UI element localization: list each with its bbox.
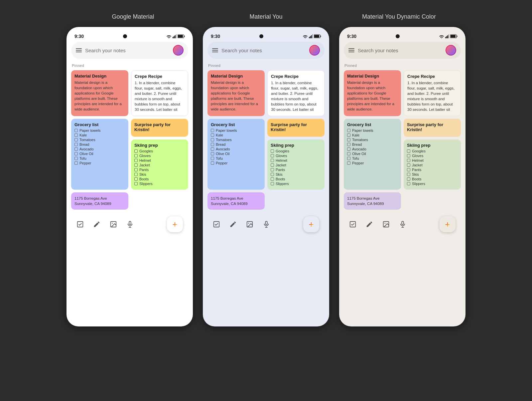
- status-bar-2: 9:30: [207, 32, 325, 42]
- check-skis-1: Skis: [134, 172, 185, 176]
- status-time-2: 9:30: [211, 34, 220, 39]
- edit-icon-3[interactable]: [366, 221, 373, 228]
- camera-dot-1: [123, 34, 127, 38]
- bottom-bar-3: +: [344, 212, 461, 234]
- fab-1[interactable]: +: [167, 216, 183, 232]
- note-crepe-title-1: Crepe Recipe: [135, 74, 185, 79]
- check-bread-1: Bread: [74, 142, 125, 146]
- fab-2[interactable]: +: [303, 216, 319, 232]
- svg-rect-6: [184, 36, 185, 37]
- note-crepe-1[interactable]: Crepe Recipe 1. In a blender, combine fl…: [131, 70, 188, 116]
- check-jacket-2: Jacket: [271, 163, 321, 167]
- svg-rect-2: [175, 35, 176, 38]
- note-grocery-2[interactable]: Grocery list Paper towels Kale Tomatoes …: [207, 119, 265, 190]
- search-bar-1[interactable]: Search your notes: [71, 42, 188, 59]
- check-oliveoil-1: Olive Oil: [74, 152, 125, 156]
- phone-material-you: 9:30 Search your notes Pinned Material D…: [203, 27, 329, 326]
- check-tofu-2: Tofu: [211, 156, 261, 160]
- svg-rect-36: [402, 221, 404, 225]
- battery-icon-3: [450, 34, 458, 38]
- note-party-2[interactable]: Surprise party for Kristin!: [267, 119, 325, 137]
- note-skiing-3[interactable]: Skiing prep Googles Gloves Helmet Jacket…: [404, 139, 461, 190]
- hamburger-icon-3[interactable]: [348, 48, 354, 52]
- avatar-3[interactable]: [446, 45, 456, 56]
- note-skiing-2[interactable]: Skiing prep Googles Gloves Helmet Jacket…: [267, 139, 325, 190]
- phone-material-you-dynamic: 9:30 Search your notes Pinned Material D…: [339, 27, 466, 326]
- status-icons-2: [303, 34, 321, 38]
- label-phone1: Google Material: [73, 13, 193, 20]
- wifi-icon-1: [166, 34, 172, 38]
- note-crepe-body-2: 1. In a blender, combine flour, sugar, s…: [271, 80, 321, 112]
- image-icon-3[interactable]: [382, 221, 390, 228]
- check-tomatoes-2: Tomatoes: [211, 138, 261, 142]
- note-material-design-3[interactable]: Material Design Material design is a fou…: [344, 70, 401, 116]
- pinned-label-1: Pinned: [71, 64, 188, 68]
- note-skiing-title-1: Skiing prep: [134, 143, 185, 148]
- mic-icon-3[interactable]: [399, 221, 406, 228]
- notes-grid-3-row1: Material Design Material design is a fou…: [344, 70, 461, 116]
- check-boots-2: Boots: [271, 177, 321, 181]
- note-skiing-1[interactable]: Skiing prep Googles Gloves Helmet Jacket…: [131, 139, 188, 190]
- svg-point-22: [248, 223, 249, 224]
- check-icon-2[interactable]: [213, 221, 220, 228]
- note-address-body-3: 1175 Borregas Ave Sunnyvale, CA 94089: [347, 196, 398, 206]
- note-party-3[interactable]: Surprise party for Kristin!: [404, 119, 461, 137]
- svg-rect-5: [178, 35, 183, 38]
- camera-dot-3: [396, 34, 400, 38]
- check-kale-1: Kale: [74, 133, 125, 137]
- note-material-design-title-2: Material Design: [211, 74, 261, 79]
- edit-icon-1[interactable]: [93, 221, 100, 228]
- search-bar-2[interactable]: Search your notes: [207, 42, 325, 59]
- edit-icon-2[interactable]: [229, 221, 237, 228]
- search-bar-3[interactable]: Search your notes: [344, 42, 461, 59]
- check-oliveoil-3: Olive Oil: [347, 152, 398, 156]
- fab-plus-icon-1: +: [172, 220, 177, 229]
- note-material-design-1[interactable]: Material Design Material design is a fou…: [71, 70, 128, 116]
- note-crepe-title-2: Crepe Recipe: [271, 74, 321, 79]
- svg-rect-15: [311, 35, 312, 38]
- note-party-title-3: Surprise party for Kristin!: [407, 122, 458, 132]
- status-icons-3: [439, 34, 458, 38]
- check-oliveoil-2: Olive Oil: [211, 152, 261, 156]
- wifi-icon-3: [439, 34, 444, 38]
- hamburger-icon-2[interactable]: [212, 48, 218, 52]
- note-grocery-3[interactable]: Grocery list Paper towels Kale Tomatoes …: [344, 119, 401, 190]
- svg-point-9: [112, 223, 113, 224]
- battery-icon-2: [314, 34, 321, 38]
- note-address-3[interactable]: 1175 Borregas Ave Sunnyvale, CA 94089: [344, 192, 401, 210]
- phones-row: 9:30 Search your notes Pinned Material D…: [66, 27, 466, 326]
- check-googles-1: Googles: [134, 149, 185, 153]
- avatar-2[interactable]: [309, 45, 320, 56]
- mic-icon-1[interactable]: [126, 221, 134, 228]
- search-text-3: Search your notes: [358, 48, 442, 53]
- image-icon-2[interactable]: [246, 221, 253, 228]
- note-grocery-1[interactable]: Grocery list Paper towels Kale Tomatoes …: [71, 119, 128, 190]
- check-icon-3[interactable]: [349, 221, 356, 228]
- status-time-3: 9:30: [347, 34, 356, 39]
- note-material-design-body-1: Material design is a foundation upon whi…: [74, 80, 125, 112]
- note-material-design-2[interactable]: Material Design Material design is a fou…: [207, 70, 265, 116]
- signal-icon-3: [445, 34, 449, 38]
- check-tomatoes-1: Tomatoes: [74, 138, 125, 142]
- check-pants-1: Pants: [134, 168, 185, 172]
- fab-plus-icon-2: +: [309, 220, 314, 229]
- hamburger-icon-1[interactable]: [76, 48, 82, 52]
- signal-icon-2: [309, 34, 313, 38]
- note-material-design-body-3: Material design is a foundation upon whi…: [347, 80, 398, 112]
- note-party-1[interactable]: Surprise party for Kristin!: [131, 119, 188, 137]
- image-icon-1[interactable]: [110, 221, 117, 228]
- note-address-2[interactable]: 1175 Borregas Ave Sunnyvale, CA 94089: [207, 192, 265, 210]
- mic-icon-2[interactable]: [263, 221, 270, 228]
- note-grocery-title-3: Grocery list: [347, 122, 398, 127]
- check-boots-3: Boots: [407, 177, 458, 181]
- note-material-design-title-1: Material Design: [74, 74, 125, 79]
- label-phone3: Material You Dynamic Color: [339, 13, 459, 20]
- check-icon-1[interactable]: [76, 221, 84, 228]
- note-crepe-3[interactable]: Crepe Recipe 1. In a blender, combine fl…: [404, 70, 461, 116]
- note-address-1[interactable]: 1175 Borregas Ave Sunnyvale, CA 94089: [71, 192, 128, 210]
- status-bar-3: 9:30: [344, 32, 461, 42]
- battery-icon-1: [178, 34, 185, 38]
- fab-3[interactable]: +: [440, 216, 456, 232]
- note-crepe-2[interactable]: Crepe Recipe 1. In a blender, combine fl…: [267, 70, 325, 116]
- avatar-1[interactable]: [173, 45, 184, 56]
